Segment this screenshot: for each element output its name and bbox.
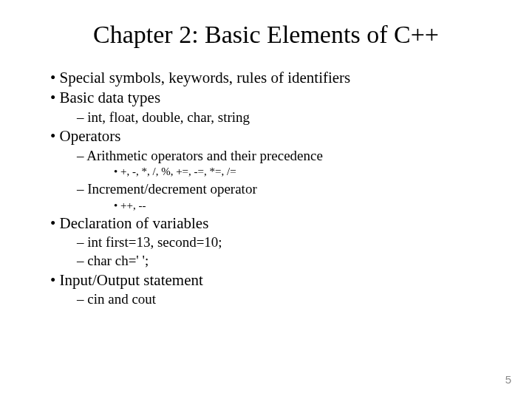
bullet-text: cin and cout: [87, 291, 156, 307]
bullet-text: int first=13, second=10;: [87, 234, 222, 250]
bullet-l2: Arithmetic operators and their precedenc…: [77, 147, 495, 165]
bullet-l2: Increment/decrement operator: [77, 180, 495, 198]
bullet-text: Input/Output statement: [60, 271, 203, 289]
bullet-l1: Input/Output statement: [50, 270, 495, 290]
bullet-text: Declaration of variables: [60, 214, 209, 232]
bullet-l2: char ch=' ';: [77, 252, 495, 270]
bullet-l1: Operators: [50, 126, 495, 146]
page-number: 5: [505, 373, 511, 386]
bullet-text: int, float, double, char, string: [87, 109, 250, 125]
bullet-l2: int first=13, second=10;: [77, 233, 495, 251]
bullet-l1: Basic data types: [50, 88, 495, 107]
bullet-text: Increment/decrement operator: [87, 181, 256, 197]
bullet-l1: Special symbols, keywords, rules of iden…: [50, 68, 495, 87]
bullet-l2: cin and cout: [77, 290, 495, 308]
bullet-text: Special symbols, keywords, rules of iden…: [60, 69, 351, 86]
bullet-l3: ++, --: [114, 199, 495, 214]
bullet-text: +, -, *, /, %, +=, -=, *=, /=: [120, 166, 236, 177]
bullet-text: Arithmetic operators and their precedenc…: [86, 148, 323, 163]
bullet-text: Basic data types: [60, 89, 160, 106]
bullet-text: ++, --: [120, 200, 146, 211]
bullet-l3: +, -, *, /, %, +=, -=, *=, /=: [114, 165, 495, 180]
bullet-text: char ch=' ';: [87, 253, 149, 268]
slide-title: Chapter 2: Basic Elements of C++: [37, 21, 495, 49]
bullet-text: Operators: [60, 127, 121, 145]
bullet-l1: Declaration of variables: [50, 214, 495, 233]
bullet-l2: int, float, double, char, string: [77, 109, 495, 126]
